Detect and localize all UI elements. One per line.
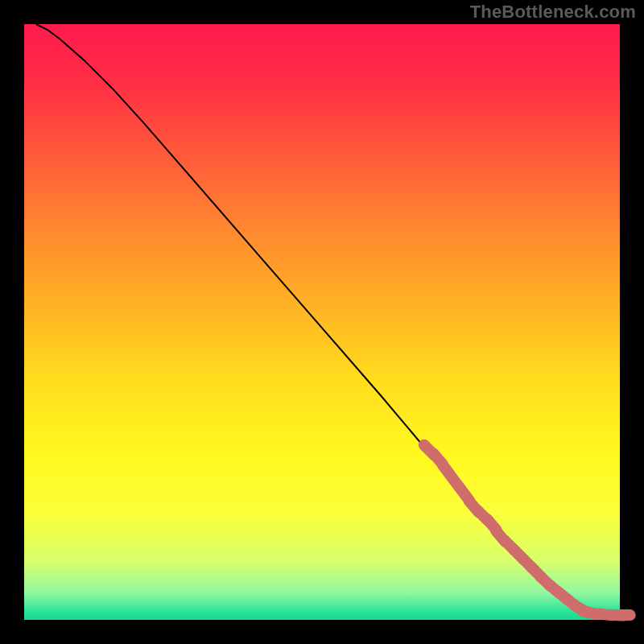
chart-stage: TheBottleneck.com — [0, 0, 644, 644]
plot-area — [24, 24, 620, 620]
chart-svg — [0, 0, 644, 644]
watermark-text: TheBottleneck.com — [470, 2, 636, 23]
